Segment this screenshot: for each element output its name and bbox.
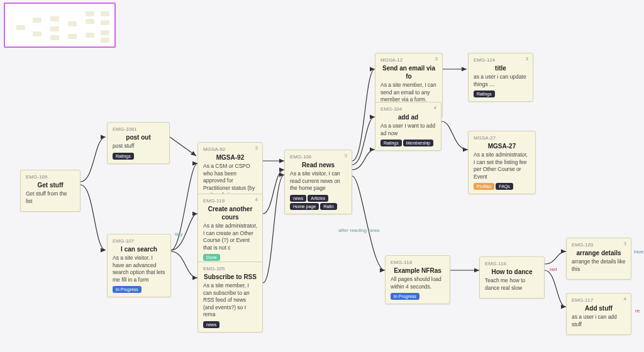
card-id: EMG-107 bbox=[113, 238, 165, 245]
card-num: 3 bbox=[435, 56, 438, 62]
card-arrange-details[interactable]: EMG-120 3 arrange details arrange the de… bbox=[566, 238, 631, 280]
card-desc: arrange the details like this bbox=[572, 258, 626, 273]
card-tags: Ratings bbox=[474, 91, 528, 97]
card-example-nfr[interactable]: EMG-118 Example NFRas All pages should l… bbox=[385, 255, 450, 304]
card-tags: Profiles FAQs bbox=[474, 183, 530, 190]
card-subscribe[interactable]: EMG-105 Subscribe to RSS As a site membe… bbox=[197, 261, 263, 333]
card-desc: As a site administrator, I can set the l… bbox=[474, 151, 530, 180]
card-id: EMG-104 bbox=[380, 106, 436, 113]
card-id: MGSA-92 bbox=[203, 146, 257, 153]
card-id: EMG-1081 bbox=[113, 126, 164, 133]
card-id: EMG-124 bbox=[474, 57, 528, 63]
card-title: How to dance bbox=[485, 268, 539, 276]
card-title: MGSA-92 bbox=[203, 153, 257, 162]
tag: Done bbox=[203, 254, 220, 261]
card-title-card[interactable]: EMG-124 3 title as a user i can update t… bbox=[468, 53, 533, 102]
tag: Ratin bbox=[320, 203, 336, 210]
card-desc: All pages should load within 4 seconds. bbox=[391, 276, 445, 290]
tag: news bbox=[290, 195, 306, 202]
card-desc: As a site visitor, I have an advanced se… bbox=[113, 255, 165, 283]
card-get-stuff[interactable]: EMG-109 Get stuff Get stuff from the lis… bbox=[20, 170, 80, 212]
edge-label-blue: blue bbox=[634, 249, 643, 255]
card-id: EMG-105 bbox=[203, 266, 257, 272]
card-id: EMG-118 bbox=[391, 260, 445, 266]
card-id: EMG-109 bbox=[26, 174, 75, 180]
card-add-stuff[interactable]: EMG-117 4 Add stuff as a user i can add … bbox=[566, 293, 631, 335]
card-tags: Done bbox=[203, 254, 257, 261]
card-desc: Get stuff from the list bbox=[26, 190, 75, 205]
card-desc: as a user i can add stuff bbox=[572, 314, 626, 328]
card-num: 3 bbox=[526, 56, 528, 62]
card-title: Subscribe to RSS bbox=[203, 273, 257, 281]
card-read-news[interactable]: EMG-106 3 Read news As a site visitor, I… bbox=[284, 150, 352, 214]
tag: Ratings bbox=[474, 91, 495, 97]
card-title: post out bbox=[113, 133, 164, 141]
card-desc: post stuff bbox=[113, 143, 164, 150]
card-title: Get stuff bbox=[26, 181, 75, 189]
card-id: EMG-117 bbox=[572, 297, 626, 304]
card-title: Read news bbox=[290, 161, 347, 169]
edge-label-after-reading: after reading news bbox=[338, 228, 380, 233]
card-tags: news Articles Home page Ratin bbox=[290, 195, 347, 210]
card-desc: As a site visitor, I can read current ne… bbox=[290, 170, 347, 192]
card-id: MGSA-27 bbox=[474, 135, 530, 141]
card-num: 4 bbox=[434, 105, 436, 111]
card-title: add ad bbox=[380, 113, 436, 121]
card-title: I can search bbox=[113, 245, 165, 253]
card-num: 3 bbox=[255, 145, 258, 151]
tag: In Progress bbox=[113, 286, 142, 293]
card-post-out[interactable]: EMG-1081 post out post stuff Ratings bbox=[107, 122, 170, 164]
card-desc: as a user i can update things … bbox=[474, 74, 528, 88]
card-desc: As a site member, I can send an email to… bbox=[380, 82, 437, 103]
card-title: arrange details bbox=[572, 249, 626, 257]
tag: Articles bbox=[308, 195, 328, 202]
tag: Home page bbox=[290, 203, 319, 210]
tag: news bbox=[203, 321, 219, 328]
card-tags: In Progress bbox=[391, 293, 445, 300]
card-num: 3 bbox=[624, 241, 626, 247]
card-desc: As a site administrator, I can create an… bbox=[203, 223, 257, 251]
edge-label-tiny: tiny bbox=[175, 231, 182, 237]
tag: Profiles bbox=[474, 183, 494, 190]
minimap-content bbox=[5, 4, 114, 47]
card-tags: In Progress bbox=[113, 286, 165, 293]
card-desc: Teach me how to dance real slow bbox=[485, 277, 539, 292]
card-tags: Ratings Membership bbox=[380, 140, 436, 146]
card-mgsa27[interactable]: MGSA-27 MGSA-27 As a site administrator,… bbox=[468, 131, 536, 194]
card-id: MGSA-12 bbox=[380, 57, 437, 63]
tag: Ratings bbox=[380, 140, 402, 146]
card-id: EMG-119 bbox=[203, 198, 257, 204]
card-how-dance[interactable]: EMG-116 How to dance Teach me how to dan… bbox=[479, 256, 545, 299]
card-title: Send an email via fo bbox=[380, 64, 437, 80]
card-title: Example NFRas bbox=[391, 267, 445, 275]
card-id: EMG-106 bbox=[290, 154, 347, 160]
tag: FAQs bbox=[496, 183, 513, 190]
card-id: EMG-120 bbox=[572, 242, 626, 248]
card-search[interactable]: EMG-107 I can search As a site visitor, … bbox=[107, 234, 171, 297]
edge-label-re: re bbox=[635, 308, 640, 314]
card-num: 4 bbox=[624, 296, 626, 302]
card-title: Add stuff bbox=[572, 304, 626, 312]
card-create-course[interactable]: EMG-119 4 Create another cours As a site… bbox=[197, 194, 263, 265]
card-tags: news bbox=[203, 321, 257, 328]
tag: Ratings bbox=[113, 153, 134, 160]
tag: In Progress bbox=[391, 293, 419, 300]
tag: Membership bbox=[403, 140, 434, 146]
card-add-ad[interactable]: EMG-104 4 add ad As a user I want to add… bbox=[375, 102, 441, 151]
card-desc: As a user I want to add ad now bbox=[380, 123, 436, 137]
card-tags: Ratings bbox=[113, 153, 164, 160]
card-desc: As a site member, I can subscribe to an … bbox=[203, 282, 257, 318]
card-title: MGSA-27 bbox=[474, 142, 530, 150]
card-title: Create another cours bbox=[203, 205, 257, 221]
card-num: 4 bbox=[255, 197, 258, 203]
card-title: title bbox=[474, 64, 528, 72]
minimap[interactable] bbox=[4, 3, 116, 48]
card-num: 3 bbox=[345, 153, 347, 159]
edge-label-red: red bbox=[550, 267, 557, 272]
card-id: EMG-116 bbox=[485, 261, 539, 267]
